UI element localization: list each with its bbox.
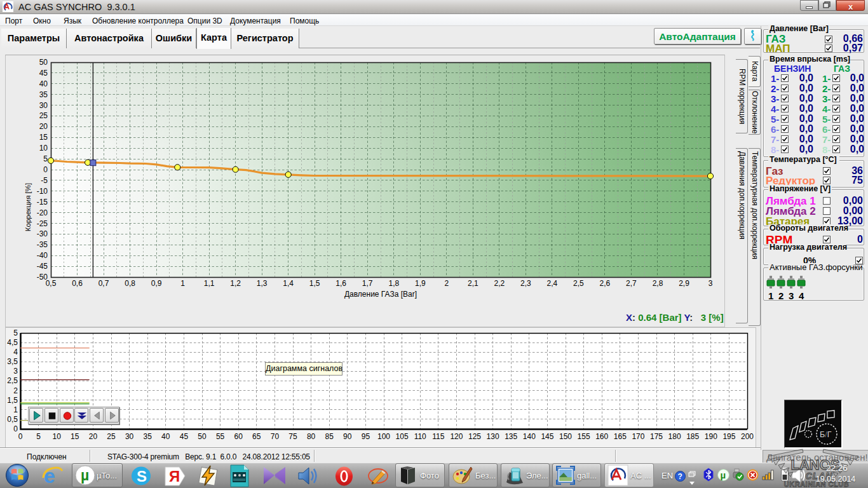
- svg-text:1,3: 1,3: [257, 279, 268, 288]
- svg-text:95: 95: [362, 432, 370, 441]
- svg-text:4: 4: [13, 348, 18, 356]
- svg-text:175: 175: [650, 432, 663, 441]
- svg-text:30: 30: [39, 101, 48, 110]
- svg-text:2,1: 2,1: [468, 279, 478, 288]
- svg-text:90: 90: [343, 432, 352, 441]
- svg-text:1,7: 1,7: [362, 279, 373, 288]
- svg-text:115: 115: [432, 432, 444, 441]
- svg-text:-35: -35: [37, 240, 48, 249]
- svg-text:1,4: 1,4: [283, 279, 294, 288]
- svg-text:20: 20: [39, 122, 48, 131]
- svg-text:45: 45: [180, 432, 189, 441]
- svg-text:0,5: 0,5: [7, 415, 18, 424]
- svg-text:15: 15: [39, 133, 48, 142]
- svg-text:155: 155: [578, 432, 590, 441]
- svg-text:1,5: 1,5: [309, 279, 320, 288]
- svg-text:2,2: 2,2: [494, 279, 505, 288]
- svg-text:1: 1: [13, 405, 18, 414]
- svg-text:Давление ГАЗа [Bar]: Давление ГАЗа [Bar]: [344, 290, 417, 299]
- svg-text:1,1: 1,1: [204, 279, 215, 288]
- svg-text:145: 145: [541, 432, 553, 441]
- svg-text:110: 110: [414, 432, 426, 441]
- svg-text:150: 150: [559, 432, 572, 441]
- svg-text:130: 130: [487, 432, 499, 441]
- svg-text:3: 3: [709, 279, 713, 288]
- svg-text:60: 60: [234, 432, 243, 441]
- svg-text:45: 45: [39, 69, 48, 78]
- svg-text:55: 55: [216, 432, 225, 441]
- svg-text:2,5: 2,5: [573, 279, 584, 288]
- svg-text:S: S: [137, 468, 147, 485]
- svg-text:40: 40: [39, 79, 48, 88]
- svg-text:190: 190: [705, 432, 717, 441]
- svg-text:105: 105: [396, 432, 409, 441]
- svg-text:Я: Я: [169, 468, 180, 485]
- svg-text:85: 85: [325, 432, 334, 441]
- svg-text:-25: -25: [37, 219, 48, 228]
- svg-text:5: 5: [43, 154, 48, 163]
- svg-text:200: 200: [741, 432, 754, 441]
- svg-text:25: 25: [107, 432, 116, 441]
- svg-text:1,2: 1,2: [230, 279, 241, 288]
- svg-text:2,6: 2,6: [600, 279, 611, 288]
- svg-text:25: 25: [39, 111, 48, 120]
- svg-text:Б/Г: Б/Г: [820, 430, 832, 439]
- svg-text:1,5: 1,5: [7, 396, 18, 405]
- svg-text:0: 0: [18, 432, 23, 441]
- svg-text:3,5: 3,5: [7, 357, 18, 366]
- svg-text:50: 50: [39, 58, 48, 67]
- svg-text:35: 35: [144, 432, 153, 441]
- svg-text:35: 35: [39, 90, 48, 99]
- svg-text:µ: µ: [721, 470, 726, 480]
- svg-text:125: 125: [468, 432, 481, 441]
- svg-text:-45: -45: [37, 262, 48, 271]
- svg-text:-40: -40: [37, 251, 48, 260]
- svg-text:160: 160: [595, 432, 608, 441]
- svg-text:165: 165: [614, 432, 627, 441]
- svg-text:2: 2: [13, 386, 18, 395]
- svg-text:10: 10: [39, 144, 48, 152]
- svg-text:75: 75: [288, 432, 297, 441]
- svg-text:80: 80: [307, 432, 316, 441]
- svg-text:70: 70: [271, 432, 280, 441]
- svg-text:1,8: 1,8: [388, 279, 399, 288]
- svg-text:0: 0: [13, 424, 18, 433]
- svg-text:0,6: 0,6: [72, 279, 83, 288]
- svg-text:100: 100: [377, 432, 390, 441]
- svg-text:170: 170: [632, 432, 644, 441]
- svg-text:120: 120: [450, 432, 463, 441]
- svg-text:195: 195: [722, 432, 735, 441]
- svg-text:-15: -15: [37, 198, 48, 207]
- svg-text:-30: -30: [37, 229, 48, 238]
- svg-text:0,8: 0,8: [125, 279, 135, 288]
- svg-text:2,9: 2,9: [679, 279, 689, 288]
- svg-text:2,8: 2,8: [653, 279, 663, 288]
- svg-text:0: 0: [43, 165, 48, 174]
- svg-text:140: 140: [523, 432, 536, 441]
- svg-text:15: 15: [71, 432, 79, 441]
- svg-text:20: 20: [89, 432, 98, 441]
- svg-text:0,9: 0,9: [151, 279, 162, 288]
- svg-text:-5: -5: [41, 176, 48, 185]
- svg-text:?: ?: [678, 472, 682, 481]
- svg-text:2,4: 2,4: [547, 279, 558, 288]
- svg-text:4,5: 4,5: [7, 338, 18, 347]
- svg-text:-10: -10: [37, 187, 48, 196]
- svg-text:3: 3: [13, 367, 18, 376]
- svg-text:2: 2: [444, 279, 449, 288]
- svg-text:1: 1: [180, 279, 185, 288]
- svg-text:2,7: 2,7: [626, 279, 637, 288]
- svg-text:135: 135: [505, 432, 517, 441]
- svg-text:40: 40: [161, 432, 170, 441]
- svg-text:2,5: 2,5: [7, 376, 18, 385]
- svg-text:50: 50: [198, 432, 207, 441]
- svg-text:5: 5: [36, 432, 41, 441]
- svg-text:2,3: 2,3: [520, 279, 531, 288]
- svg-text:65: 65: [252, 432, 261, 441]
- svg-text:30: 30: [125, 432, 134, 441]
- svg-text:0,5: 0,5: [46, 279, 57, 288]
- svg-text:185: 185: [686, 432, 699, 441]
- svg-text:µ: µ: [81, 467, 89, 484]
- svg-text:Коррекция [%]: Коррекция [%]: [24, 183, 32, 231]
- svg-text:5: 5: [13, 329, 18, 337]
